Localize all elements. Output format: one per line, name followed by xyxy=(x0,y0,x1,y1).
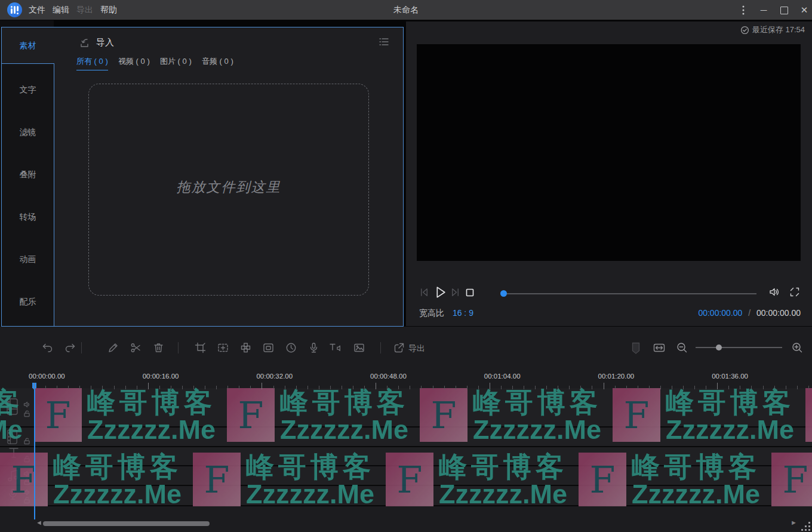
media-tab-0[interactable]: 所有 ( 0 ) xyxy=(76,56,108,70)
media-tab-3[interactable]: 音频 ( 0 ) xyxy=(202,56,233,70)
ruler-tick xyxy=(478,386,479,389)
ruler-tick xyxy=(444,386,445,389)
import-button[interactable]: 导入 xyxy=(79,37,114,48)
zoom-out-button[interactable] xyxy=(676,342,688,356)
video-track-lock-toggle[interactable] xyxy=(23,409,31,420)
seek-slider[interactable] xyxy=(503,293,756,294)
edit-clip-button[interactable] xyxy=(107,342,119,356)
voiceover-button[interactable] xyxy=(307,342,320,356)
play-button[interactable] xyxy=(433,285,448,302)
music-track-lock-toggle[interactable] xyxy=(23,477,31,488)
record-track-lock-toggle[interactable] xyxy=(23,496,31,506)
ruler-tick xyxy=(626,386,627,389)
volume-button[interactable] xyxy=(768,286,780,300)
sidebar-tab-6[interactable]: 配乐 xyxy=(2,296,54,307)
ruler-tick xyxy=(342,386,342,389)
stop-button[interactable] xyxy=(465,288,475,300)
aspect-ratio-label: 宽高比 xyxy=(419,308,444,318)
more-menu-button[interactable] xyxy=(733,0,753,20)
sidebar-tab-3[interactable]: 叠附 xyxy=(2,168,54,180)
ruler-tick xyxy=(649,386,650,389)
timeline-zoom-slider-thumb[interactable] xyxy=(716,345,722,350)
sidebar-tab-4[interactable]: 转场 xyxy=(2,211,54,223)
sidebar-tab-2[interactable]: 滤镜 xyxy=(2,126,54,138)
scroll-right-arrow[interactable]: ► xyxy=(791,519,797,526)
video-preview[interactable] xyxy=(417,44,801,261)
video-track-icon xyxy=(6,398,19,418)
sidebar-tab-1[interactable]: 文字 xyxy=(2,84,54,96)
pip-track-lane[interactable] xyxy=(0,428,812,446)
list-view-icon[interactable] xyxy=(378,36,390,50)
timecode-current: 00:00:00.00 xyxy=(698,308,742,318)
ruler-tick xyxy=(102,386,103,389)
text-to-speech-button[interactable] xyxy=(328,342,343,356)
ruler-tick xyxy=(114,386,115,389)
crop-button[interactable] xyxy=(194,342,207,356)
playhead[interactable] xyxy=(34,383,35,519)
ruler-tick xyxy=(182,386,183,389)
ruler-tick xyxy=(262,383,262,389)
scroll-left-arrow[interactable]: ◄ xyxy=(36,519,42,526)
close-button[interactable]: ✕ xyxy=(794,0,812,20)
ruler-tick xyxy=(239,386,239,389)
mosaic-button[interactable] xyxy=(239,342,252,356)
resize-grip[interactable] xyxy=(801,522,811,531)
preview-info-row: 宽高比 16 : 9 00:00:00.00 / 00:00:00.00 xyxy=(419,308,801,320)
music-track-lane[interactable] xyxy=(0,466,812,485)
ruler-tick xyxy=(45,386,46,389)
text-track-lock-toggle[interactable] xyxy=(23,454,31,465)
marker-button[interactable] xyxy=(630,342,641,356)
timeline-scrollbar-thumb[interactable] xyxy=(43,521,210,526)
next-frame-button[interactable] xyxy=(450,287,461,300)
pip-track-lock-toggle[interactable] xyxy=(23,436,31,447)
zoom-in-button[interactable] xyxy=(791,342,804,356)
ruler-tick xyxy=(592,386,592,389)
sidebar-tab-material[interactable]: 素材 xyxy=(2,39,54,51)
ruler-tick xyxy=(364,386,365,389)
ruler-tick xyxy=(433,386,433,389)
toolbar-divider xyxy=(380,342,381,353)
ruler-tick xyxy=(524,386,524,389)
sidebar-tab-5[interactable]: 动画 xyxy=(2,253,54,265)
record-track-lane[interactable] xyxy=(0,486,812,505)
ruler-tick xyxy=(808,386,809,389)
freeze-frame-button[interactable] xyxy=(262,342,275,356)
ruler-tick xyxy=(307,386,308,389)
minimize-button[interactable]: ─ xyxy=(753,0,774,20)
media-dropzone[interactable]: 拖放文件到这里 xyxy=(88,84,369,296)
export-label[interactable]: 导出 xyxy=(408,343,425,354)
ruler-tick xyxy=(728,386,729,389)
text-track-lane[interactable] xyxy=(0,447,812,465)
zoom-region-button[interactable] xyxy=(217,342,229,356)
ruler-tick xyxy=(171,386,171,389)
fit-timeline-button[interactable] xyxy=(653,342,666,356)
ruler-tick xyxy=(319,386,319,389)
delete-button[interactable] xyxy=(152,342,165,356)
fullscreen-button[interactable] xyxy=(789,287,800,300)
ruler-tick xyxy=(456,386,456,389)
redo-button[interactable] xyxy=(64,342,76,356)
seek-slider-thumb[interactable] xyxy=(500,290,507,297)
ruler-tick xyxy=(615,386,616,389)
ruler-tick xyxy=(467,386,467,389)
ruler-tick xyxy=(546,386,547,389)
prev-frame-button[interactable] xyxy=(419,287,430,300)
media-tab-1[interactable]: 视频 ( 0 ) xyxy=(118,56,150,70)
ruler-tick xyxy=(193,386,194,389)
maximize-button[interactable] xyxy=(774,0,794,20)
export-button[interactable] xyxy=(393,342,405,356)
split-button[interactable] xyxy=(130,342,142,356)
maximize-icon xyxy=(780,7,788,14)
duration-button[interactable] xyxy=(285,342,297,356)
media-tab-2[interactable]: 图片 ( 0 ) xyxy=(160,56,192,70)
music-track-icon xyxy=(7,468,20,486)
timeline-zoom-slider[interactable] xyxy=(696,347,782,348)
ruler-tick xyxy=(159,386,160,389)
snapshot-button[interactable] xyxy=(353,342,365,356)
video-track-lane[interactable] xyxy=(0,388,812,426)
ruler-tick xyxy=(285,386,285,389)
ruler-tick xyxy=(558,386,558,389)
record-track-icon xyxy=(7,487,19,505)
undo-button[interactable] xyxy=(41,342,54,356)
aspect-ratio-value[interactable]: 16 : 9 xyxy=(453,308,473,318)
